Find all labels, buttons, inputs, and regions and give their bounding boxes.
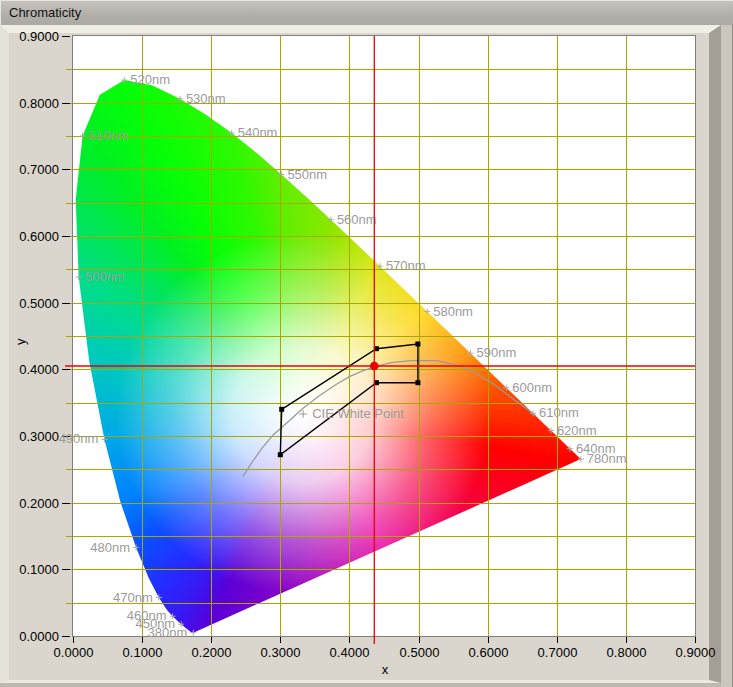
window-title: Chromaticity xyxy=(1,1,81,24)
panel-right-shadow xyxy=(721,25,733,687)
chromaticity-window: Chromaticity 0.00000.10000.20000.30000.4… xyxy=(0,0,733,687)
y-axis-title: y xyxy=(13,329,29,345)
x-axis-title: x xyxy=(377,662,393,677)
window-titlebar: Chromaticity xyxy=(0,0,733,25)
